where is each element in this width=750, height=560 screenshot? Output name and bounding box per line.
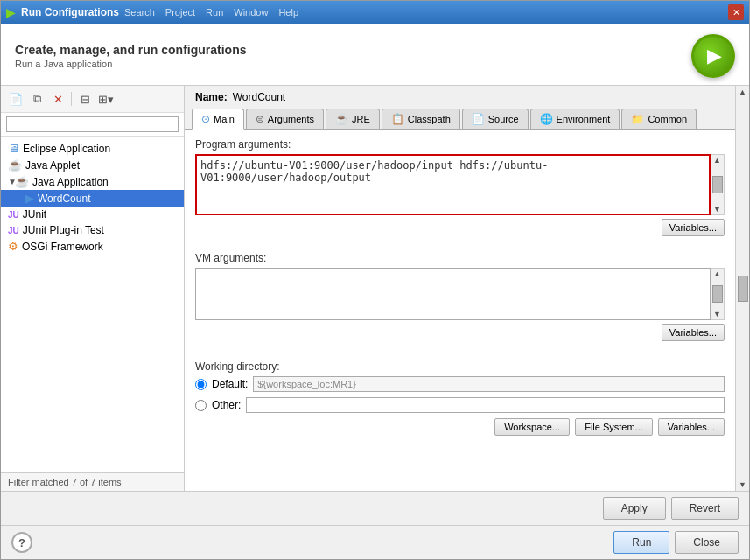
expand-button[interactable]: ⊞▾ [96, 89, 116, 108]
sidebar-status: Filter matched 7 of 7 items [1, 472, 184, 491]
scroll-down-arrow[interactable]: ▼ [713, 205, 721, 214]
apply-button[interactable]: Apply [603, 497, 666, 520]
sidebar: 📄 ⧉ ✕ ⊟ ⊞▾ 🖥 Eclipse Application ☕ Java … [1, 86, 185, 491]
expand-arrow: ▼ [8, 177, 15, 186]
scroll-up-arrow[interactable]: ▲ [713, 156, 721, 164]
run-button[interactable]: ▶ [691, 34, 735, 78]
program-variables-button[interactable]: Variables... [662, 219, 725, 236]
workspace-button[interactable]: Workspace... [494, 418, 570, 436]
tab-source[interactable]: 📄 Source [462, 108, 529, 129]
osgi-icon: ⚙ [8, 240, 18, 253]
tree-label: OSGi Framework [22, 241, 103, 253]
run-final-button[interactable]: Run [613, 531, 669, 554]
tree-item-java-applet[interactable]: ☕ Java Applet [1, 157, 184, 173]
name-label: Name: [195, 91, 228, 103]
tree-item-eclipse-application[interactable]: 🖥 Eclipse Application [1, 140, 184, 157]
revert-button[interactable]: Revert [671, 497, 739, 520]
tree-item-junit-plugin[interactable]: JU JUnit Plug-in Test [1, 222, 184, 238]
close-final-button[interactable]: Close [675, 531, 739, 554]
file-system-button[interactable]: File System... [575, 418, 653, 436]
title-bar-text: Run Configurations [21, 6, 119, 18]
args-tab-icon: ⊜ [256, 113, 264, 125]
tab-environment[interactable]: 🌐 Environment [530, 108, 620, 129]
main-with-scroll: Name: WordCount ⊙ Main ⊜ Arguments ☕ [185, 86, 749, 491]
main-content: Name: WordCount ⊙ Main ⊜ Arguments ☕ [185, 86, 735, 491]
dialog-header: Create, manage, and run configurations R… [1, 24, 749, 86]
tree-item-osgi[interactable]: ⚙ OSGi Framework [1, 238, 184, 255]
default-radio-label: Default: [212, 378, 248, 390]
right-scroll-up[interactable]: ▲ [739, 88, 746, 96]
right-scroll-thumb[interactable] [738, 276, 748, 302]
wordcount-icon: ▶ [25, 192, 34, 205]
menu-run[interactable]: Run [206, 7, 223, 18]
working-dir-label: Working directory: [195, 360, 725, 373]
title-bar: ▶ Run Configurations Search Project Run … [1, 1, 749, 24]
dialog-subtitle: Run a Java application [15, 59, 247, 69]
run-icon: ▶ [707, 45, 722, 67]
vm-args-label: VM arguments: [195, 252, 725, 264]
vm-vars-row: Variables... [195, 324, 725, 348]
vm-scroll-thumb[interactable] [712, 285, 723, 303]
tree-label: Java Applet [25, 159, 80, 172]
sidebar-search [1, 113, 184, 136]
tree-item-java-application[interactable]: ▼ ☕ Java Application [1, 173, 184, 190]
dialog-bottom: Apply Revert ? Run Close [1, 491, 749, 559]
java-applet-icon: ☕ [8, 158, 22, 172]
default-radio[interactable] [195, 379, 207, 390]
junit-plugin-icon: JU [8, 226, 19, 235]
right-scrollbar: ▲ ▼ [735, 86, 749, 491]
eclipse-icon: 🖥 [8, 142, 19, 155]
working-dir-section: Working directory: Default: Other: [195, 360, 725, 436]
env-tab-icon: 🌐 [540, 113, 553, 125]
tree-label: JUnit Plug-in Test [23, 224, 104, 236]
tree-label: JUnit [23, 208, 46, 220]
args-scrollbar: ▲ ▼ [711, 154, 725, 215]
other-radio-label: Other: [212, 399, 241, 411]
menu-window[interactable]: Window [234, 7, 268, 18]
common-tab-label: Common [648, 114, 687, 124]
args-tab-label: Arguments [268, 114, 314, 124]
app-icon: ▶ [6, 5, 16, 19]
common-tab-icon: 📁 [631, 113, 644, 125]
working-dir-variables-button[interactable]: Variables... [658, 418, 725, 436]
jre-tab-icon: ☕ [335, 113, 348, 125]
right-scroll-down[interactable]: ▼ [739, 480, 746, 489]
close-window-button[interactable]: ✕ [728, 4, 744, 20]
default-dir-input [253, 376, 725, 392]
vm-args-input[interactable] [195, 268, 711, 320]
sidebar-tree: 🖥 Eclipse Application ☕ Java Applet ▼ ☕ … [1, 136, 184, 472]
new-config-button[interactable]: 📄 [6, 89, 25, 108]
tab-jre[interactable]: ☕ JRE [326, 108, 380, 129]
menu-project[interactable]: Project [165, 7, 195, 18]
vm-variables-button[interactable]: Variables... [662, 324, 725, 341]
search-input[interactable] [6, 116, 179, 132]
tab-common[interactable]: 📁 Common [621, 108, 697, 129]
vm-scroll-down-arrow[interactable]: ▼ [713, 310, 721, 318]
menu-help[interactable]: Help [278, 7, 298, 18]
tab-arguments[interactable]: ⊜ Arguments [246, 108, 324, 129]
collapse-button[interactable]: ⊟ [75, 89, 95, 108]
tree-label: WordCount [38, 192, 90, 205]
tab-main[interactable]: ⊙ Main [192, 108, 244, 130]
toolbar-separator [71, 92, 72, 106]
help-button[interactable]: ? [11, 532, 32, 553]
main-tab-icon: ⊙ [201, 113, 210, 125]
copy-config-button[interactable]: ⧉ [27, 89, 46, 108]
run-close-buttons: Run Close [613, 531, 739, 554]
classpath-tab-icon: 📋 [391, 113, 404, 125]
menu-search[interactable]: Search [124, 7, 155, 18]
delete-config-button[interactable]: ✕ [48, 89, 67, 108]
program-args-input[interactable]: hdfs://ubuntu-V01:9000/user/hadoop/input… [195, 154, 711, 215]
tree-item-junit[interactable]: JU JUnit [1, 206, 184, 222]
name-value: WordCount [233, 91, 285, 103]
vm-scrollbar: ▲ ▼ [711, 268, 725, 320]
tab-classpath[interactable]: 📋 Classpath [382, 108, 460, 129]
other-radio[interactable] [195, 400, 207, 411]
dialog-title: Create, manage, and run configurations [15, 43, 247, 57]
sidebar-toolbar: 📄 ⧉ ✕ ⊟ ⊞▾ [1, 86, 184, 113]
other-dir-input[interactable] [246, 397, 725, 413]
vm-scroll-up-arrow[interactable]: ▲ [713, 270, 721, 278]
java-app-icon: ☕ [15, 175, 29, 188]
tree-item-wordcount[interactable]: ▶ WordCount [1, 190, 184, 206]
scroll-thumb[interactable] [712, 176, 723, 193]
